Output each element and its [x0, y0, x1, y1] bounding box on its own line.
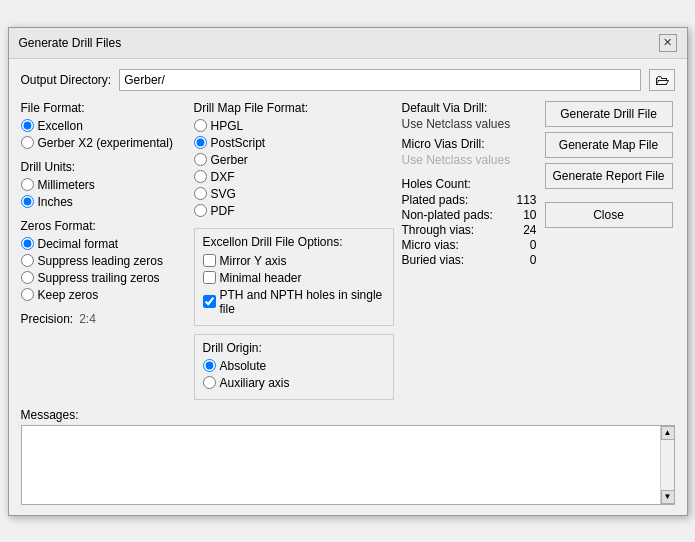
holes-count-grid: Plated pads: 113 Non-plated pads: 10 Thr…: [402, 193, 537, 267]
map-postscript: PostScript: [194, 136, 394, 150]
messages-textarea[interactable]: [22, 426, 660, 504]
buried-vias-key: Buried vias:: [402, 253, 501, 267]
drill-map-label: Drill Map File Format:: [194, 101, 394, 115]
micro-vias-drill-section: Micro Vias Drill: Use Netclass values: [402, 137, 537, 167]
output-row: Output Directory: 🗁: [21, 69, 675, 91]
holes-count-title: Holes Count:: [402, 177, 537, 191]
generate-map-button[interactable]: Generate Map File: [545, 132, 673, 158]
micro-vias-drill-title: Micro Vias Drill:: [402, 137, 537, 151]
suppress-trailing-label[interactable]: Suppress trailing zeros: [38, 271, 160, 285]
minimal-header-label[interactable]: Minimal header: [220, 271, 302, 285]
map-pdf: PDF: [194, 204, 394, 218]
buried-vias-val: 0: [509, 253, 537, 267]
drill-units-label: Drill Units:: [21, 160, 186, 174]
drill-units-section: Drill Units: Millimeters Inches: [21, 160, 186, 209]
generate-report-button[interactable]: Generate Report File: [545, 163, 673, 189]
precision-value: 2:4: [79, 312, 96, 326]
dialog-body: Output Directory: 🗁 File Format: Excello…: [9, 59, 687, 515]
file-format-gerberx2: Gerber X2 (experimental): [21, 136, 186, 150]
file-format-label: File Format:: [21, 101, 186, 115]
zeros-suppress-trailing: Suppress trailing zeros: [21, 271, 186, 285]
file-format-excellon: Excellon: [21, 119, 186, 133]
file-format-section: File Format: Excellon Gerber X2 (experim…: [21, 101, 186, 150]
zeros-suppress-leading: Suppress leading zeros: [21, 254, 186, 268]
excellon-options-label: Excellon Drill File Options:: [203, 235, 385, 249]
messages-wrapper: ▲ ▼: [21, 425, 675, 505]
through-vias-val: 24: [509, 223, 537, 237]
plated-pads-val: 113: [509, 193, 537, 207]
middle-column: Drill Map File Format: HPGL PostScript G…: [194, 101, 394, 400]
map-hpgl: HPGL: [194, 119, 394, 133]
close-button[interactable]: Close: [545, 202, 673, 228]
keep-zeros-label[interactable]: Keep zeros: [38, 288, 99, 302]
pdf-label[interactable]: PDF: [211, 204, 235, 218]
scroll-down-arrow[interactable]: ▼: [661, 490, 675, 504]
holes-count-section: Holes Count: Plated pads: 113 Non-plated…: [402, 177, 537, 267]
pth-npth-label[interactable]: PTH and NPTH holes in single file: [220, 288, 385, 316]
excellon-label[interactable]: Excellon: [38, 119, 83, 133]
excellon-mirror-y: Mirror Y axis: [203, 254, 385, 268]
postscript-label[interactable]: PostScript: [211, 136, 266, 150]
messages-scrollbar[interactable]: ▲ ▼: [660, 426, 674, 504]
generate-drill-dialog: Generate Drill Files ✕ Output Directory:…: [8, 27, 688, 516]
folder-browse-button[interactable]: 🗁: [649, 69, 675, 91]
through-vias-key: Through vias:: [402, 223, 501, 237]
dialog-title: Generate Drill Files: [19, 36, 122, 50]
map-dxf: DXF: [194, 170, 394, 184]
excellon-options-box: Excellon Drill File Options: Mirror Y ax…: [194, 228, 394, 326]
precision-label: Precision:: [21, 312, 74, 326]
mirror-y-label[interactable]: Mirror Y axis: [220, 254, 287, 268]
suppress-leading-label[interactable]: Suppress leading zeros: [38, 254, 163, 268]
origin-absolute: Absolute: [203, 359, 385, 373]
auxiliary-label[interactable]: Auxiliary axis: [220, 376, 290, 390]
precision-row: Precision: 2:4: [21, 312, 186, 326]
default-via-drill-title: Default Via Drill:: [402, 101, 537, 115]
zeros-format-section: Zeros Format: Decimal format Suppress le…: [21, 219, 186, 302]
default-via-drill-section: Default Via Drill: Use Netclass values: [402, 101, 537, 131]
gerberx2-label[interactable]: Gerber X2 (experimental): [38, 136, 173, 150]
messages-label: Messages:: [21, 408, 675, 422]
zeros-keep: Keep zeros: [21, 288, 186, 302]
micro-vias-drill-value: Use Netclass values: [402, 153, 537, 167]
plated-pads-key: Plated pads:: [402, 193, 501, 207]
non-plated-pads-val: 10: [509, 208, 537, 222]
map-gerber: Gerber: [194, 153, 394, 167]
hpgl-label[interactable]: HPGL: [211, 119, 244, 133]
folder-icon: 🗁: [655, 72, 669, 88]
title-bar: Generate Drill Files ✕: [9, 28, 687, 59]
scroll-up-arrow[interactable]: ▲: [661, 426, 675, 440]
generate-drill-button[interactable]: Generate Drill File: [545, 101, 673, 127]
drill-map-section: Drill Map File Format: HPGL PostScript G…: [194, 101, 394, 218]
micro-vias-val: 0: [509, 238, 537, 252]
drill-origin-label: Drill Origin:: [203, 341, 385, 355]
absolute-label[interactable]: Absolute: [220, 359, 267, 373]
zeros-format-label: Zeros Format:: [21, 219, 186, 233]
micro-vias-key: Micro vias:: [402, 238, 501, 252]
drill-origin-box: Drill Origin: Absolute Auxiliary axis: [194, 334, 394, 400]
decimal-label[interactable]: Decimal format: [38, 237, 119, 251]
messages-section: Messages: ▲ ▼: [21, 408, 675, 505]
drill-units-mm: Millimeters: [21, 178, 186, 192]
default-via-drill-value: Use Netclass values: [402, 117, 537, 131]
gerber-label[interactable]: Gerber: [211, 153, 248, 167]
output-directory-label: Output Directory:: [21, 73, 112, 87]
millimeters-label[interactable]: Millimeters: [38, 178, 95, 192]
drill-units-inches: Inches: [21, 195, 186, 209]
left-column: File Format: Excellon Gerber X2 (experim…: [21, 101, 186, 400]
main-content: File Format: Excellon Gerber X2 (experim…: [21, 101, 675, 400]
origin-auxiliary: Auxiliary axis: [203, 376, 385, 390]
svg-label[interactable]: SVG: [211, 187, 236, 201]
output-directory-input[interactable]: [119, 69, 640, 91]
close-icon[interactable]: ✕: [659, 34, 677, 52]
inches-label[interactable]: Inches: [38, 195, 73, 209]
right-column: Default Via Drill: Use Netclass values M…: [402, 101, 537, 400]
excellon-pth-npth: PTH and NPTH holes in single file: [203, 288, 385, 316]
excellon-minimal-header: Minimal header: [203, 271, 385, 285]
non-plated-pads-key: Non-plated pads:: [402, 208, 501, 222]
map-svg: SVG: [194, 187, 394, 201]
zeros-decimal: Decimal format: [21, 237, 186, 251]
dxf-label[interactable]: DXF: [211, 170, 235, 184]
buttons-column: Generate Drill File Generate Map File Ge…: [545, 101, 675, 400]
